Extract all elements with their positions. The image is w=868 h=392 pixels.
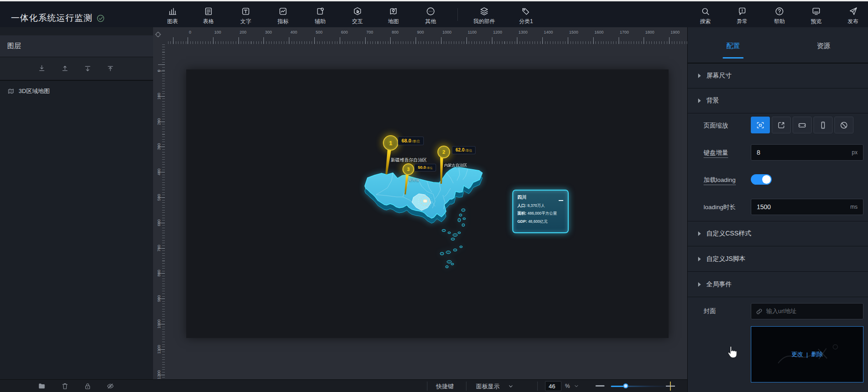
section-global-events[interactable]: 全局事件 <box>688 272 868 297</box>
toolbar-item-指标[interactable]: 指标 <box>278 6 288 25</box>
divider <box>537 382 538 391</box>
action-发布[interactable]: 发布 <box>848 6 858 25</box>
eye-off-icon[interactable] <box>106 382 114 390</box>
expand-icon[interactable] <box>772 117 791 133</box>
zoom-value[interactable]: 46 <box>545 381 561 391</box>
toolbar-item-图表[interactable]: 图表 <box>167 6 178 25</box>
folder-icon[interactable] <box>38 382 46 390</box>
toolbar-item-辅助[interactable]: 辅助 <box>315 6 326 25</box>
action-预览[interactable]: 预览 <box>811 6 822 25</box>
keyboard-increment-input[interactable] <box>751 149 852 156</box>
toolbar-item-表格[interactable]: 表格 <box>203 6 214 25</box>
ruler-h-label: 800 <box>392 30 398 34</box>
tab-resources[interactable]: 资源 <box>817 42 830 50</box>
section-label: 自定义JS脚本 <box>706 255 745 263</box>
action-异常[interactable]: 异常 <box>737 6 748 25</box>
page-zoom-label: 页面缩放 <box>704 122 728 130</box>
section-label: 背景 <box>706 97 719 105</box>
horizontal-ruler[interactable]: 0100200300400500600700800900100011001200… <box>166 27 687 44</box>
search-icon <box>700 6 710 16</box>
cover-delete-button[interactable]: 删除 <box>811 350 823 358</box>
zoom-in-button[interactable] <box>666 381 675 392</box>
zoom-slider-track[interactable] <box>611 386 668 387</box>
vertical-ruler[interactable]: 0100200300400500600700800900100011001200 <box>153 44 165 379</box>
zoom-out-button[interactable] <box>595 385 605 387</box>
phone-landscape-icon[interactable] <box>793 117 812 133</box>
design-artboard[interactable] <box>186 69 669 338</box>
toolbar-item-其他[interactable]: 其他 <box>425 6 436 25</box>
toggle-knob <box>762 175 771 184</box>
ruler-h-label: 1100 <box>468 30 476 34</box>
layer-item-3d-map[interactable]: 3D区域地图 <box>0 84 153 98</box>
bottom-bar: 快捷键 面板显示 46 % <box>0 379 687 392</box>
action-label: 预览 <box>811 18 822 25</box>
cover-url-field[interactable]: 输入url地址 <box>751 303 863 319</box>
move-down-icon[interactable] <box>83 64 92 73</box>
section-custom-css[interactable]: 自定义CSS样式 <box>688 221 868 246</box>
marker-rank-badge[interactable]: 3 <box>402 163 414 175</box>
marker-rank-badge[interactable]: 2 <box>437 146 450 158</box>
ruler-h-minor-ticks <box>166 41 687 44</box>
trash-icon[interactable] <box>61 382 69 390</box>
no-scale-icon[interactable] <box>834 117 853 133</box>
chevron-down-icon[interactable] <box>508 383 514 389</box>
move-to-top-icon[interactable] <box>106 64 115 73</box>
ruler-h-label: 0 <box>189 30 191 34</box>
toolbar-item-文字[interactable]: 文字 <box>240 6 251 25</box>
active-tab-underline <box>723 57 744 59</box>
ruler-v-label: 0 <box>157 65 161 76</box>
toolbar-item-我的部件[interactable]: 我的部件 <box>473 6 495 25</box>
chevron-down-icon[interactable] <box>574 383 579 389</box>
section-screen-size[interactable]: 屏幕尺寸 <box>688 64 868 88</box>
fit-screen-icon[interactable] <box>751 117 770 133</box>
action-label: 发布 <box>848 18 858 25</box>
loading-duration-input[interactable] <box>751 203 850 211</box>
toolbar-item-分类1[interactable]: 分类1 <box>519 6 533 25</box>
ruler-v-label: 1000 <box>157 318 161 329</box>
panel-display-button[interactable]: 面板显示 <box>476 382 500 391</box>
phone-portrait-icon[interactable] <box>813 117 833 133</box>
project-title: 一体化系统运行监测 <box>11 12 105 24</box>
caret-right-icon <box>698 282 701 287</box>
toolbar-item-label: 表格 <box>203 18 214 25</box>
cover-preview[interactable]: 更改 | 删除 <box>751 326 863 382</box>
move-up-icon[interactable] <box>60 64 69 73</box>
zoom-percent-select[interactable]: 46 % <box>545 381 586 391</box>
lock-icon[interactable] <box>84 382 92 390</box>
section-background[interactable]: 背景 <box>688 88 868 113</box>
divider <box>457 8 458 21</box>
more-icon <box>426 6 436 16</box>
tab-config[interactable]: 配置 <box>726 42 740 50</box>
ruler-h-label: 100 <box>214 30 221 34</box>
action-帮助[interactable]: 帮助 <box>774 6 785 25</box>
ruler-corner-icon[interactable] <box>154 31 162 38</box>
ruler-v-label: 700 <box>157 243 161 254</box>
map-3d-icon <box>7 88 15 95</box>
action-label: 帮助 <box>774 18 785 25</box>
caret-right-icon <box>698 74 701 78</box>
toolbar-item-label: 图表 <box>167 18 178 25</box>
move-to-bottom-icon[interactable] <box>37 64 46 73</box>
ruler-v-label: 300 <box>157 141 161 152</box>
help-icon <box>774 6 784 16</box>
preview-icon <box>811 6 821 16</box>
toolbar-item-地图[interactable]: 地图 <box>388 6 399 25</box>
shortcuts-button[interactable]: 快捷键 <box>436 382 454 391</box>
toolbar-item-label: 其他 <box>425 18 436 25</box>
loading-duration-label: loading时长 <box>704 203 736 211</box>
ruler-h-label: 1300 <box>518 30 527 34</box>
zoom-slider-knob[interactable] <box>623 383 628 388</box>
ruler-v-label: 600 <box>157 217 161 228</box>
action-搜索[interactable]: 搜索 <box>700 6 711 25</box>
section-label: 屏幕尺寸 <box>706 72 732 80</box>
marker-rank-badge[interactable]: 1 <box>383 135 398 151</box>
app-header: 一体化系统运行监测 图表表格文字指标辅助交互地图其他我的部件分类1 搜索异常帮助… <box>0 1 868 28</box>
section-custom-js[interactable]: 自定义JS脚本 <box>688 247 868 272</box>
layers-panel-title: 图层 <box>0 35 153 57</box>
cover-actions: 更改 | 删除 <box>791 350 823 358</box>
toolbar-item-交互[interactable]: 交互 <box>352 6 363 25</box>
ruler-h-label: 1800 <box>645 30 654 34</box>
cover-change-button[interactable]: 更改 <box>791 350 803 358</box>
loading-toggle[interactable] <box>751 174 772 185</box>
caret-right-icon <box>698 231 701 236</box>
